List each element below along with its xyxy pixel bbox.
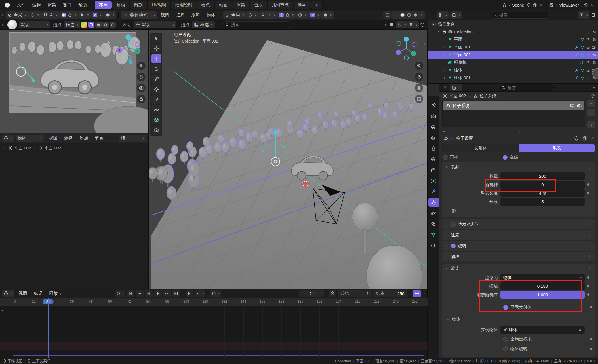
delete-scene-icon[interactable] [539,3,543,7]
pivot-button-main[interactable]: ∨ [246,11,259,19]
tool-annotate[interactable] [151,95,161,104]
workspace-tab[interactable]: 合成 [250,1,267,9]
workspace-tab[interactable]: 渲染 [232,1,249,9]
camera-view-icon[interactable] [137,84,146,92]
pin-icon[interactable] [526,3,531,7]
breadcrumb-particle-system[interactable]: 粒子系统 [479,93,496,99]
viewport-search[interactable]: 搜索 [222,21,290,28]
properties-tab-material[interactable] [428,241,439,250]
workspace-tab[interactable]: 建模 [112,1,129,9]
active-tool-preview[interactable] [7,20,17,29]
visibility-button-main[interactable]: ∨ [296,11,309,19]
new-viewlayer-icon[interactable] [583,3,588,7]
main-3d-viewport[interactable]: 用户透视 (21) Collection | 平面.002 ‹ [149,30,428,289]
playhead-label[interactable]: 21 [43,299,52,304]
copy-datablock-button[interactable] [581,135,588,142]
shading-material-icon[interactable] [407,13,411,17]
proportional-button-left[interactable]: ∨ [60,11,78,19]
frame-step-forward-button[interactable]: ∨ [195,290,206,297]
prev-keyframe-button[interactable] [136,290,144,297]
timeline-body[interactable]: ▸ [0,306,428,358]
viewport-menu-view[interactable]: 视图 [157,11,172,18]
orientation-button-main[interactable]: 全局∨ [223,11,246,19]
gradient-chip[interactable] [81,22,87,28]
properties-tab-collection[interactable] [428,166,439,174]
animate-dot[interactable] [587,192,589,194]
render-as-dropdown[interactable]: 物体∨ [500,274,585,282]
workspace-tab[interactable]: 雕刻 [130,1,147,9]
timeline-menu[interactable]: 标记 [31,290,46,297]
outliner-type-button[interactable]: ∨ [437,11,449,19]
collapse-chevron[interactable]: ∨ [385,23,387,27]
shield-icon[interactable] [420,22,425,27]
pivot-button-left[interactable]: ∨ [28,11,41,19]
outliner-item-平面[interactable]: ›平面 [428,36,598,43]
grid-ortho-icon[interactable] [415,95,423,103]
global-coords-toggle[interactable] [503,337,508,342]
outliner-grip[interactable]: ⠿ [431,14,434,17]
workspace-tab[interactable]: 着色 [197,1,214,9]
properties-tab-output[interactable] [428,122,439,131]
animate-dot[interactable] [590,306,592,308]
animate-dot[interactable] [590,348,592,350]
timeline-menu[interactable]: 视图 [15,290,31,297]
animate-dot[interactable] [587,276,589,279]
properties-tab-render[interactable] [428,112,439,120]
camera-preview-viewport[interactable]: Z X Y [0,30,149,133]
timeline-ruler[interactable]: 0122436486072849610812013214415616818019… [0,298,428,306]
tool-cursor[interactable] [151,44,161,53]
properties-tab-scene[interactable] [428,144,439,153]
auto-keying-button[interactable] [413,290,421,297]
viewport-menu-select[interactable]: 选择 [172,11,188,18]
animate-dot[interactable] [587,285,589,287]
tool-grip[interactable]: ⠿ [2,23,4,26]
viewport-visibility-icon[interactable] [570,103,575,108]
render-visibility-icon[interactable] [577,103,582,108]
clear-icon[interactable] [578,328,582,331]
drag-mode-main[interactable]: 框选∨ [192,21,215,28]
outliner-filter[interactable]: ∨ [578,11,589,19]
outliner-display-button[interactable]: ∨ [396,21,408,28]
workspace-tab[interactable]: UV编辑 [148,1,170,9]
frame-step-back-button[interactable] [186,290,193,297]
properties-grip[interactable]: ⠿ [444,86,446,89]
menu-2[interactable]: 渲染 [44,1,60,9]
timeline-menu[interactable]: 回放 ∨ [46,290,65,297]
scene-selector[interactable]: ∨ Scene [500,1,526,9]
hair-length-field[interactable]: 4 m [500,189,585,197]
pan-hand-icon[interactable] [137,73,146,81]
section-旋转[interactable]: ›旋转⣿ [442,241,595,251]
drag-mode-left[interactable]: 框选∨ [64,21,81,28]
snap-arrow-left[interactable]: ∨ [91,11,104,19]
breadcrumb-material[interactable]: 平面.002 [44,145,61,151]
instance-object-field[interactable]: 球体 [500,326,585,334]
segments-field[interactable]: 5 [500,198,585,206]
properties-tab-tool[interactable] [428,101,439,110]
outliner-item-平面.001[interactable]: ›平面.001 [428,43,598,51]
outliner-item-平面.002[interactable]: ›平面.002 [428,51,598,59]
tab-emitter[interactable]: 发射体 [443,144,519,152]
properties-options[interactable]: ∨ [593,86,595,90]
outliner-row-scene-collection[interactable]: 场景集合 [428,20,598,28]
breadcrumb-object[interactable]: 平面.002 [14,145,31,151]
falloff-sphere-main[interactable]: ∨ [321,11,334,19]
filter-button[interactable]: ∨ [407,21,419,28]
snap-button-left[interactable]: ∨ [41,11,60,19]
properties-tab-modifiers[interactable] [428,187,439,196]
advanced-toggle[interactable] [503,155,508,160]
pin-icon[interactable] [590,94,595,98]
animate-dot[interactable] [587,183,589,186]
channel-expand-arrow[interactable]: ▸ [2,309,3,312]
timeline-type-button[interactable]: ∨ [2,290,14,297]
outliner-item-Collection[interactable]: ∨Collection [428,28,598,36]
section-毛发动力学[interactable]: ›毛发动力学⣿ [442,219,595,229]
globe-chip[interactable] [110,22,116,28]
particle-settings-name[interactable]: 粒子设置 [456,136,473,141]
tool-measure[interactable] [151,105,161,114]
shader-editor[interactable]: ∨ 物体∨ 视图选择添加节点 槽∨ › 平面.002 › 平面.002 [0,133,149,289]
next-keyframe-button[interactable] [163,290,171,297]
menu-0[interactable]: 文件 [14,1,29,9]
workspace-tab[interactable]: 纹理绘制 [171,1,197,9]
workspace-tab[interactable]: 几何节点 [268,1,293,9]
unlink-icon[interactable] [591,136,595,141]
